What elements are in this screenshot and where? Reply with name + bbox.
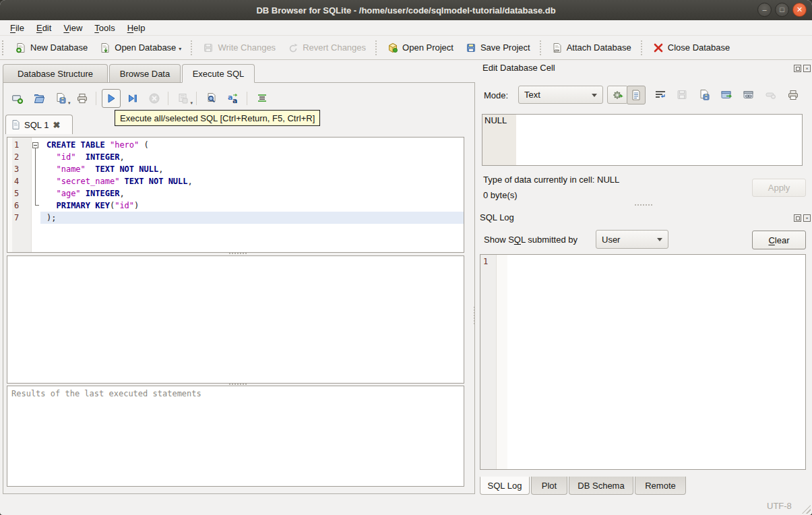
- save-results-icon: [177, 92, 189, 104]
- menu-edit[interactable]: Edit: [30, 22, 57, 34]
- sql-editor[interactable]: 1CREATE TABLE "hero" ( 2 "id" INTEGER, 3…: [7, 137, 464, 253]
- save-sql-dropdown-caret[interactable]: ▾: [68, 100, 71, 106]
- attach-database-icon: [552, 42, 563, 53]
- open-database-icon: [100, 42, 111, 53]
- resize-grip[interactable]: [802, 505, 811, 514]
- auto-apply-button[interactable]: [607, 86, 628, 104]
- save-project-button[interactable]: Save Project: [460, 40, 536, 56]
- open-database-button[interactable]: Open Database ▾: [94, 40, 187, 56]
- close-panel-icon[interactable]: ×: [803, 214, 811, 222]
- menu-file[interactable]: File: [4, 22, 30, 34]
- tab-browse-data[interactable]: Browse Data: [109, 64, 181, 82]
- menu-view[interactable]: View: [57, 22, 88, 34]
- title-bar[interactable]: DB Browser for SQLite - /home/user/code/…: [0, 0, 812, 21]
- fold-collapse-icon[interactable]: [32, 142, 38, 148]
- menu-bar: File Edit View Tools Help: [0, 20, 812, 36]
- execute-all-button[interactable]: [102, 89, 121, 108]
- execute-current-line-button[interactable]: [123, 89, 142, 108]
- menu-help[interactable]: Help: [121, 22, 152, 34]
- open-sql-file-icon: [33, 92, 45, 104]
- mode-label: Mode:: [484, 90, 508, 100]
- dock-tab-plot[interactable]: Plot: [531, 477, 567, 495]
- sql-log-panel-title: SQL Log: [480, 212, 514, 222]
- editor-results-splitter[interactable]: [229, 253, 247, 254]
- close-button[interactable]: ✕: [792, 3, 807, 17]
- stop-icon: [148, 92, 160, 104]
- sql-file-icon: [11, 120, 20, 129]
- new-database-button[interactable]: New Database: [9, 40, 94, 56]
- find-button[interactable]: [202, 89, 221, 108]
- attach-database-button[interactable]: Attach Database: [546, 40, 637, 56]
- sql-tab-label: SQL 1: [24, 120, 49, 130]
- maximize-button[interactable]: □: [775, 3, 789, 17]
- set-null-icon: [764, 88, 778, 102]
- toolbar-separator: [375, 40, 378, 55]
- results-message-area[interactable]: Results of the last executed statements: [7, 386, 464, 487]
- execute-current-line-icon: [127, 92, 139, 104]
- mode-select[interactable]: Text: [518, 86, 603, 104]
- editor-line[interactable]: 5 "age" INTEGER,: [7, 187, 464, 200]
- save-sql-file-icon: [55, 92, 67, 104]
- text-mode-button[interactable]: [627, 86, 646, 104]
- editor-line[interactable]: 4 "secret_name" TEXT NOT NULL,: [7, 175, 464, 187]
- cell-log-splitter[interactable]: [635, 204, 652, 206]
- dock-tab-bar: SQL Log Plot DB Schema Remote: [480, 477, 687, 495]
- toolbar-drag-handle[interactable]: [2, 40, 7, 55]
- sql-log-view[interactable]: 1: [480, 254, 806, 470]
- format-sql-icon: [256, 92, 268, 104]
- chevron-down-icon: [657, 238, 662, 241]
- replace-button[interactable]: aa: [224, 89, 243, 108]
- tab-execute-sql[interactable]: Execute SQL: [182, 64, 255, 83]
- mode-select-value: Text: [524, 90, 540, 100]
- cell-value-editor[interactable]: NULL: [482, 114, 803, 166]
- float-panel-icon[interactable]: [794, 214, 801, 222]
- sql-log-panel-controls: ×: [794, 214, 811, 222]
- cell-type-info: Type of data currently in cell: NULL: [483, 175, 619, 185]
- print-sql-button[interactable]: [73, 89, 92, 108]
- submitted-by-select[interactable]: User: [596, 230, 668, 249]
- fold-guide-line: [35, 148, 36, 206]
- edit-cell-panel-controls: ×: [794, 65, 811, 72]
- open-project-icon: [387, 42, 398, 53]
- format-sql-button[interactable]: [253, 89, 272, 108]
- close-sql-tab-icon[interactable]: ✖: [53, 120, 60, 130]
- open-project-button[interactable]: Open Project: [381, 40, 460, 56]
- import-data-icon[interactable]: [697, 88, 711, 102]
- export-data-icon[interactable]: [720, 88, 733, 102]
- editor-line[interactable]: 3 "name" TEXT NOT NULL,: [7, 163, 464, 175]
- editor-line-current[interactable]: 7);: [7, 212, 464, 224]
- window-frame: DB Browser for SQLite - /home/user/code/…: [0, 0, 812, 515]
- open-sql-file-button[interactable]: [30, 89, 49, 108]
- word-wrap-icon[interactable]: [654, 88, 667, 102]
- find-icon: [206, 92, 218, 104]
- sql-editor-tab[interactable]: SQL 1 ✖: [5, 115, 73, 134]
- editor-line[interactable]: 6 PRIMARY KEY("id"): [7, 200, 464, 212]
- new-database-icon: [15, 42, 26, 53]
- dock-tab-sql-log[interactable]: SQL Log: [480, 477, 530, 495]
- toolbar-separator: [540, 40, 542, 55]
- dock-tab-db-schema[interactable]: DB Schema: [569, 477, 633, 495]
- close-database-button[interactable]: Close Database: [647, 40, 737, 56]
- encoding-indicator[interactable]: UTF-8: [767, 501, 792, 511]
- log-fold-margin: [497, 255, 507, 469]
- dock-tab-remote[interactable]: Remote: [635, 477, 686, 495]
- minimize-button[interactable]: –: [757, 3, 772, 17]
- save-sql-file-button[interactable]: [51, 89, 70, 108]
- results-grid[interactable]: [7, 255, 464, 384]
- results-message-splitter[interactable]: [229, 384, 247, 385]
- editor-lines: 1CREATE TABLE "hero" ( 2 "id" INTEGER, 3…: [7, 139, 464, 224]
- tab-database-structure[interactable]: Database Structure: [3, 64, 108, 82]
- menu-tools[interactable]: Tools: [88, 22, 121, 34]
- float-panel-icon[interactable]: [794, 65, 801, 72]
- panes-vertical-splitter[interactable]: [474, 307, 475, 324]
- svg-text:a: a: [232, 96, 237, 104]
- editor-line[interactable]: 1CREATE TABLE "hero" (: [7, 139, 464, 151]
- text-document-icon: [631, 90, 642, 100]
- open-url-icon[interactable]: [742, 88, 755, 102]
- clear-log-button[interactable]: Clear: [752, 231, 806, 249]
- editor-line[interactable]: 2 "id" INTEGER,: [7, 151, 464, 163]
- close-panel-icon[interactable]: ×: [803, 65, 811, 72]
- open-database-dropdown-caret[interactable]: ▾: [179, 46, 181, 53]
- print-cell-icon[interactable]: [786, 88, 800, 102]
- new-sql-tab-button[interactable]: [8, 89, 27, 108]
